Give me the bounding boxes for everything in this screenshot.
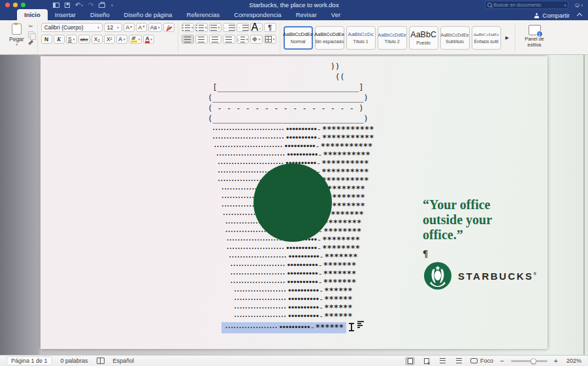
font-name-select[interactable]: Calibri (Cuerpo) bbox=[41, 23, 103, 32]
style-normal[interactable]: AaBbCcDdEe Normal bbox=[284, 26, 313, 50]
quick-access-toolbar: ↶ ↷ bbox=[53, 2, 113, 8]
document-page[interactable]: )) (( [______________________________] (… bbox=[41, 56, 547, 349]
close-button[interactable] bbox=[5, 3, 10, 7]
vertical-scrollbar[interactable] bbox=[583, 55, 585, 355]
zoom-out-button[interactable]: − bbox=[500, 358, 504, 365]
page-count-button[interactable]: Página 1 de 1 bbox=[7, 356, 52, 365]
shrink-font-button[interactable]: A bbox=[136, 23, 147, 32]
align-center-button[interactable] bbox=[195, 35, 208, 44]
style-puesto[interactable]: AaBbC Puesto bbox=[409, 26, 438, 50]
customize-toolbar-icon[interactable] bbox=[110, 2, 113, 8]
strikethrough-button[interactable]: abc bbox=[78, 35, 90, 44]
paste-button[interactable]: Pegar bbox=[7, 23, 26, 53]
underline-button[interactable]: S bbox=[66, 35, 77, 44]
tab-ver[interactable]: Ver bbox=[324, 9, 348, 20]
ascii-cup-lid[interactable]: )) (( [______________________________] (… bbox=[208, 61, 378, 124]
italic-button[interactable]: K bbox=[54, 35, 65, 44]
align-right-button[interactable] bbox=[209, 35, 221, 44]
paste-label: Pegar bbox=[9, 36, 24, 42]
tab-insertar[interactable]: Insertar bbox=[48, 9, 83, 20]
shading-button[interactable] bbox=[250, 35, 263, 44]
paragraph-group: A ¶ bbox=[178, 23, 280, 53]
collapse-ribbon-icon[interactable] bbox=[577, 13, 582, 18]
copy-icon[interactable] bbox=[28, 31, 34, 38]
styles-pane-button[interactable]: 1 Panel de estilos bbox=[519, 23, 550, 53]
layout-toggle-icon[interactable] bbox=[53, 3, 59, 8]
minimize-button[interactable] bbox=[13, 3, 18, 7]
save-icon[interactable] bbox=[65, 3, 70, 8]
style-titulo-2[interactable]: AaBbCcDdEe Título 2 bbox=[378, 26, 407, 50]
zoom-in-button[interactable]: + bbox=[554, 358, 558, 365]
starbucks-siren-logo bbox=[423, 261, 452, 290]
share-button[interactable]: Compartir bbox=[534, 12, 570, 19]
tab-correspondencia[interactable]: Correspondencia bbox=[227, 9, 288, 20]
subscript-button[interactable]: X₂ bbox=[91, 35, 103, 44]
print-layout-view-button[interactable] bbox=[405, 357, 415, 365]
grow-font-button[interactable]: A bbox=[123, 23, 135, 32]
document-canvas[interactable]: )) (( [______________________________] (… bbox=[0, 55, 588, 355]
tab-diseno[interactable]: Diseño bbox=[83, 9, 117, 20]
numbered-list-button[interactable] bbox=[195, 23, 208, 32]
highlight-button[interactable] bbox=[129, 35, 142, 44]
search-input[interactable] bbox=[493, 2, 562, 8]
proofing-status-icon[interactable] bbox=[97, 358, 105, 364]
format-painter-icon[interactable] bbox=[28, 40, 33, 45]
font-size-select[interactable]: 12 bbox=[104, 23, 122, 32]
zoom-slider-knob[interactable] bbox=[531, 358, 536, 364]
decrease-indent-button[interactable] bbox=[223, 23, 235, 32]
borders-button[interactable] bbox=[264, 35, 276, 44]
style-enfasis-sutil[interactable]: AaBbCcDdEe Énfasis sutil bbox=[472, 26, 501, 50]
superscript-button[interactable]: X² bbox=[104, 35, 115, 44]
focus-label: Foco bbox=[480, 358, 493, 364]
feedback-smiley-icon[interactable]: ☺ bbox=[574, 2, 583, 8]
style-titulo-1[interactable]: AaBbCcDc Título 1 bbox=[346, 26, 376, 50]
pull-quote-block[interactable]: “Your office outside your office.” ¶ bbox=[423, 197, 531, 259]
font-group: Calibri (Cuerpo) 12 A A Aa A N K S abc X… bbox=[38, 23, 178, 53]
align-left-button[interactable] bbox=[182, 35, 194, 44]
font-color-button[interactable]: A bbox=[143, 35, 154, 44]
line-spacing-button[interactable] bbox=[237, 35, 249, 44]
word-window: ↶ ↷ Starbucks, the place to work.dox ☺ I… bbox=[0, 0, 588, 366]
change-case-button[interactable]: Aa bbox=[148, 23, 162, 32]
sort-button[interactable]: A bbox=[250, 23, 263, 32]
highlighter-icon bbox=[131, 37, 137, 42]
focus-mode-button[interactable]: Foco bbox=[470, 358, 493, 364]
style-sin-espaciado[interactable]: AaBbCcDdEe Sin espaciado bbox=[315, 26, 344, 50]
styles-gallery-more-icon[interactable]: ▶ bbox=[506, 35, 509, 41]
print-icon[interactable] bbox=[99, 3, 105, 8]
tab-referencias[interactable]: Referencias bbox=[180, 9, 227, 20]
undo-icon[interactable]: ↶ bbox=[75, 2, 83, 8]
text-effects-button[interactable]: A bbox=[116, 35, 127, 44]
cut-icon[interactable]: ✂ bbox=[29, 24, 33, 29]
paragraph-mark: ¶ bbox=[423, 248, 531, 259]
fullscreen-button[interactable] bbox=[21, 3, 25, 7]
clipboard-icon bbox=[12, 24, 22, 35]
redo-icon[interactable]: ↷ bbox=[88, 2, 93, 8]
print-layout-icon bbox=[408, 358, 413, 364]
bullet-list-button[interactable] bbox=[182, 23, 194, 32]
tab-inicio[interactable]: Inicio bbox=[17, 9, 48, 20]
increase-indent-button[interactable] bbox=[237, 23, 249, 32]
starbucks-brand-block[interactable]: STARBUCKS® bbox=[423, 261, 536, 290]
bold-button[interactable]: N bbox=[41, 35, 52, 44]
word-count-button[interactable]: 0 palabras bbox=[61, 358, 88, 364]
tab-diseno-de-pagina[interactable]: Diseño de página bbox=[117, 9, 180, 20]
outline-view-button[interactable] bbox=[438, 357, 448, 365]
ribbon: Pegar ✂ Calibri (Cuerpo) 12 A A bbox=[0, 20, 588, 55]
zoom-slider[interactable] bbox=[511, 360, 547, 362]
style-subtitulo[interactable]: AaBbCcDdEe Subtítulo bbox=[440, 26, 470, 50]
justify-button[interactable] bbox=[223, 35, 235, 44]
tab-revisar[interactable]: Revisar bbox=[289, 9, 324, 20]
web-layout-icon bbox=[424, 358, 429, 364]
search-field[interactable] bbox=[485, 1, 568, 9]
zoom-level[interactable]: 202% bbox=[564, 358, 581, 364]
styles-pane-group: 1 Panel de estilos bbox=[515, 23, 553, 53]
draft-view-button[interactable] bbox=[454, 357, 464, 365]
web-layout-view-button[interactable] bbox=[421, 357, 431, 365]
styles-group: AaBbCcDdEe Normal AaBbCcDdEe Sin espacia… bbox=[280, 23, 515, 53]
show-formatting-button[interactable]: ¶ bbox=[264, 23, 276, 32]
language-button[interactable]: Español bbox=[113, 358, 135, 364]
multilevel-list-button[interactable] bbox=[209, 23, 221, 32]
green-circle-graphic[interactable] bbox=[253, 163, 332, 242]
clear-formatting-button[interactable]: A bbox=[163, 23, 174, 32]
